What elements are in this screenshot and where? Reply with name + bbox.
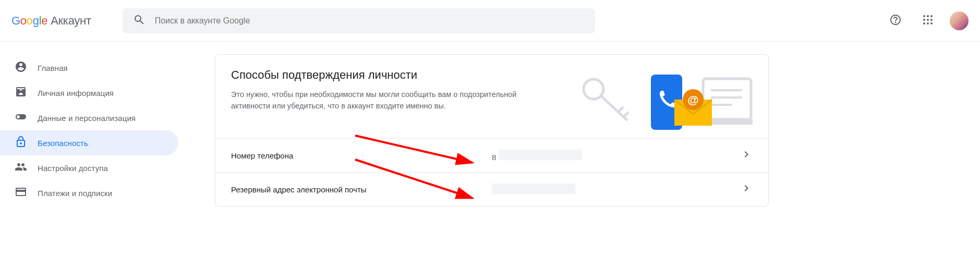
phone-value-prefix: 8 bbox=[492, 153, 496, 162]
svg-text:@: @ bbox=[687, 93, 698, 106]
sidebar-item-label: Личная информация bbox=[38, 89, 114, 98]
card-header: Способы подтверждения личности Это нужно… bbox=[215, 55, 768, 138]
sidebar-item-label: Безопасность bbox=[38, 139, 88, 148]
sidebar-item-label: Платежи и подписки bbox=[38, 189, 112, 198]
sidebar: Главная Личная информация Данные и персо… bbox=[0, 42, 184, 280]
header-right bbox=[885, 10, 969, 31]
svg-point-8 bbox=[930, 22, 933, 25]
svg-point-6 bbox=[923, 22, 925, 25]
toggle-icon bbox=[15, 111, 27, 125]
card-title: Способы подтверждения личности bbox=[231, 68, 560, 82]
sidebar-item-security[interactable]: Безопасность bbox=[0, 130, 178, 155]
svg-point-0 bbox=[923, 15, 925, 17]
search-icon bbox=[133, 14, 146, 28]
svg-point-7 bbox=[927, 22, 929, 25]
sidebar-item-home[interactable]: Главная bbox=[0, 55, 178, 80]
search-box[interactable] bbox=[123, 8, 595, 33]
help-icon bbox=[889, 14, 902, 28]
user-circle-icon bbox=[15, 60, 27, 75]
svg-line-12 bbox=[623, 112, 628, 117]
verification-card: Способы подтверждения личности Это нужно… bbox=[215, 54, 769, 206]
row-label: Номер телефона bbox=[231, 151, 492, 160]
apps-grid-icon bbox=[922, 14, 934, 28]
svg-point-5 bbox=[930, 19, 933, 21]
logo-group[interactable]: Google Аккаунт bbox=[11, 14, 91, 28]
sidebar-item-label: Данные и персонализация bbox=[38, 114, 136, 123]
row-value bbox=[492, 184, 740, 196]
svg-point-4 bbox=[927, 19, 929, 21]
sidebar-item-label: Настройки доступа bbox=[38, 164, 108, 173]
header: Google Аккаунт bbox=[0, 0, 980, 42]
google-logo: Google bbox=[11, 14, 47, 28]
main: Способы подтверждения личности Это нужно… bbox=[184, 42, 980, 280]
row-value: 8 bbox=[492, 150, 740, 162]
people-icon bbox=[15, 161, 27, 175]
search-input[interactable] bbox=[155, 16, 585, 26]
logo-product-label: Аккаунт bbox=[51, 14, 91, 28]
card-header-text: Способы подтверждения личности Это нужно… bbox=[231, 68, 560, 112]
lock-icon bbox=[15, 136, 27, 150]
credit-card-icon bbox=[15, 186, 27, 200]
apps-button[interactable] bbox=[917, 10, 938, 31]
svg-point-1 bbox=[927, 15, 929, 17]
redacted-value bbox=[499, 150, 582, 160]
svg-point-2 bbox=[930, 15, 933, 17]
redacted-value bbox=[492, 184, 575, 194]
row-recovery-email[interactable]: Резервный адрес электронной почты bbox=[215, 172, 768, 206]
sidebar-item-sharing[interactable]: Настройки доступа bbox=[0, 155, 178, 180]
sidebar-item-data[interactable]: Данные и персонализация bbox=[0, 105, 178, 130]
chevron-right-icon bbox=[740, 148, 753, 163]
sidebar-item-label: Главная bbox=[38, 64, 68, 72]
avatar[interactable] bbox=[950, 11, 969, 30]
card-description: Это нужно, чтобы при необходимости мы мо… bbox=[231, 89, 539, 112]
svg-point-3 bbox=[923, 19, 925, 21]
row-label: Резервный адрес электронной почты bbox=[231, 185, 492, 194]
row-phone[interactable]: Номер телефона 8 bbox=[215, 138, 768, 172]
card-illustration: @ bbox=[575, 68, 753, 130]
chevron-right-icon bbox=[740, 182, 753, 197]
body: Главная Личная информация Данные и персо… bbox=[0, 42, 980, 280]
sidebar-item-payments[interactable]: Платежи и подписки bbox=[0, 180, 178, 205]
sidebar-item-personal[interactable]: Личная информация bbox=[0, 80, 178, 105]
help-button[interactable] bbox=[885, 10, 906, 31]
svg-line-11 bbox=[618, 107, 623, 112]
id-card-icon bbox=[15, 86, 27, 100]
